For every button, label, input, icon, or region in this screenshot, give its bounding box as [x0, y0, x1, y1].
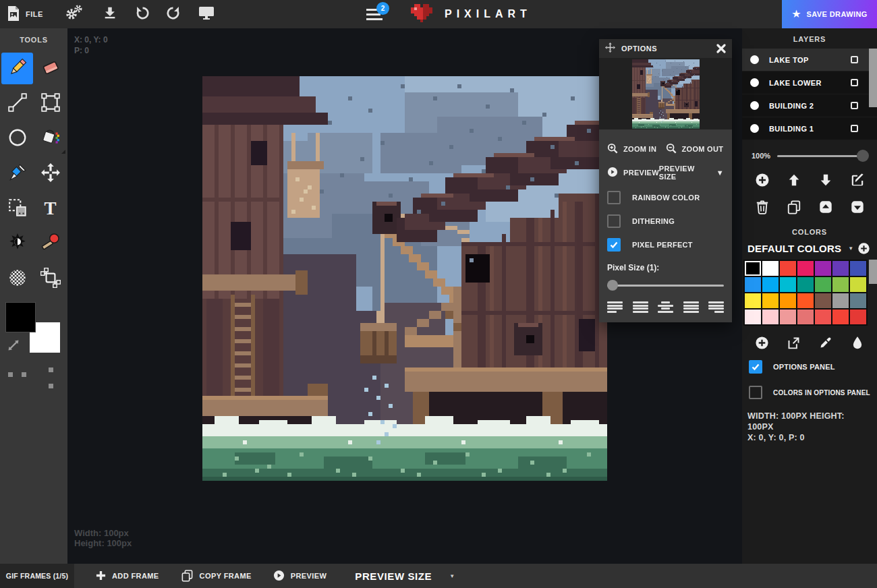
layer-visibility-toggle[interactable]: [750, 124, 759, 133]
copy-frame-button[interactable]: COPY FRAME: [181, 569, 252, 583]
slider-thumb[interactable]: [607, 280, 618, 291]
checkbox[interactable]: [607, 214, 621, 228]
color-swatch[interactable]: [797, 277, 814, 292]
color-swatch[interactable]: [850, 310, 866, 324]
pixel-size-slider[interactable]: [607, 280, 724, 291]
add-palette-button[interactable]: [857, 242, 870, 255]
add-frame-button[interactable]: ADD FRAME: [96, 570, 159, 582]
tool-circle[interactable]: [1, 123, 33, 154]
eyedropper-icon[interactable]: [816, 334, 836, 351]
preview-size-button[interactable]: PREVIEW SIZE ▼: [659, 165, 724, 181]
delete-layer-button[interactable]: [752, 198, 772, 216]
panel-grip[interactable]: [22, 372, 26, 377]
download-button[interactable]: [103, 5, 117, 23]
layer-options-checkbox[interactable]: [851, 125, 858, 132]
drawing-canvas[interactable]: [202, 76, 607, 481]
color-swatch[interactable]: [815, 261, 831, 276]
duplicate-layer-button[interactable]: [784, 198, 804, 216]
primary-color-swatch[interactable]: [5, 302, 36, 332]
tool-lighten[interactable]: [1, 228, 33, 260]
color-swatch[interactable]: [762, 293, 779, 308]
slider-track[interactable]: [607, 285, 724, 287]
color-swatch[interactable]: [745, 293, 761, 308]
settings-button[interactable]: [65, 4, 84, 24]
layer-visibility-toggle[interactable]: [750, 78, 759, 87]
merge-layer-down-button[interactable]: [847, 198, 868, 216]
layers-scrollbar[interactable]: [869, 49, 877, 107]
tool-dither[interactable]: [1, 263, 33, 295]
color-swatch[interactable]: [762, 277, 779, 292]
color-swatch[interactable]: [780, 277, 796, 292]
options-panel-checkbox[interactable]: OPTIONS PANEL: [742, 354, 877, 380]
add-layer-button[interactable]: [752, 171, 772, 189]
panel-grip[interactable]: [49, 368, 53, 372]
fullscreen-button[interactable]: [198, 5, 215, 23]
layer-row-lake-top[interactable]: LAKE TOP: [742, 49, 877, 71]
layer-visibility-toggle[interactable]: [750, 101, 759, 110]
export-palette-button[interactable]: [784, 334, 804, 351]
zoom-out-button[interactable]: ZOOM OUT: [666, 143, 725, 155]
dithering-checkbox[interactable]: DITHERING: [607, 214, 724, 228]
swap-colors-icon[interactable]: [7, 339, 20, 355]
color-swatch[interactable]: [745, 310, 761, 324]
tool-crop[interactable]: [34, 263, 66, 295]
pixel-perfect-checkbox[interactable]: PIXEL PERFECT: [607, 238, 724, 252]
color-swatch[interactable]: [780, 310, 796, 324]
opacity-slider[interactable]: [777, 150, 868, 162]
panel-grip[interactable]: [49, 384, 53, 388]
zoom-in-button[interactable]: ZOOM IN: [607, 143, 666, 155]
move-layer-up-button[interactable]: [784, 171, 804, 189]
color-swatch[interactable]: [832, 277, 849, 292]
color-swatch[interactable]: [850, 261, 866, 276]
color-swatch[interactable]: [745, 277, 761, 292]
color-swatch[interactable]: [762, 310, 779, 324]
tool-eraser[interactable]: [34, 53, 66, 84]
color-swatch[interactable]: [780, 261, 796, 276]
tool-bucket[interactable]: [34, 123, 66, 154]
checkbox[interactable]: [749, 386, 762, 399]
tool-pencil[interactable]: [1, 53, 33, 84]
color-swatch[interactable]: [832, 261, 849, 276]
stroke-align-fill-icon[interactable]: [683, 301, 699, 313]
stroke-align-right-icon[interactable]: [708, 301, 724, 313]
color-swatch[interactable]: [850, 293, 866, 308]
color-swatch[interactable]: [797, 293, 814, 308]
color-swatch[interactable]: [850, 277, 866, 292]
file-menu-button[interactable]: FILE: [7, 5, 43, 23]
colors-scrollbar[interactable]: [869, 260, 877, 284]
preview-button[interactable]: PREVIEW: [607, 167, 659, 179]
color-droplet-button[interactable]: [847, 334, 868, 351]
color-swatch[interactable]: [780, 293, 796, 308]
tool-move[interactable]: [34, 158, 66, 189]
add-color-button[interactable]: [752, 334, 772, 351]
color-swatch[interactable]: [832, 310, 849, 324]
layer-options-checkbox[interactable]: [851, 79, 858, 86]
stroke-align-center-icon[interactable]: [658, 301, 673, 313]
color-swatch[interactable]: [815, 293, 831, 308]
tool-color-picker[interactable]: [1, 158, 33, 189]
move-layer-down-button[interactable]: [816, 171, 836, 189]
color-swatch[interactable]: [815, 277, 831, 292]
checkbox[interactable]: [607, 191, 621, 204]
preview-size-button-bottom[interactable]: PREVIEW SIZE ▼: [355, 570, 455, 582]
layer-row-building-1[interactable]: BUILDING 1: [742, 117, 877, 140]
color-swatch[interactable]: [797, 310, 814, 324]
tool-rectangle[interactable]: [34, 88, 66, 119]
color-swatch[interactable]: [762, 261, 779, 276]
close-icon[interactable]: [716, 44, 726, 53]
checkbox[interactable]: [749, 360, 762, 374]
color-swatch[interactable]: [832, 293, 849, 308]
checkbox[interactable]: [607, 238, 621, 252]
layer-row-lake-lower[interactable]: LAKE LOWER: [742, 71, 877, 94]
gif-frames-tab[interactable]: GIF FRAMES (1/5): [0, 564, 74, 588]
preview-button-bottom[interactable]: PREVIEW: [273, 570, 327, 583]
layer-options-checkbox[interactable]: [851, 56, 858, 63]
slider-track[interactable]: [777, 155, 868, 157]
rainbow-color-checkbox[interactable]: RAINBOW COLOR: [607, 191, 724, 204]
tool-select[interactable]: [1, 193, 33, 225]
chevron-down-icon[interactable]: ▼: [848, 245, 853, 252]
layer-row-building-2[interactable]: BUILDING 2: [742, 94, 877, 117]
layer-visibility-toggle[interactable]: [750, 55, 759, 64]
merge-layer-up-button[interactable]: [816, 198, 836, 216]
colors-in-options-checkbox[interactable]: COLORS IN OPTIONS PANEL: [742, 380, 877, 405]
